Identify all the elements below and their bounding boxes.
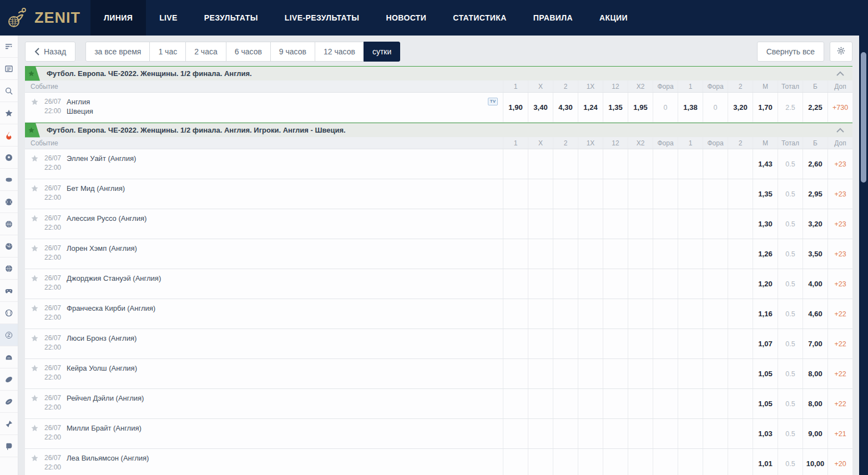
logo[interactable]: ZENIT — [0, 0, 90, 36]
odds-cell[interactable]: +22 — [827, 329, 852, 358]
odds-value[interactable]: 4,60 — [808, 310, 822, 318]
sidebar-item[interactable] — [0, 235, 18, 257]
odds-value[interactable]: +23 — [834, 250, 846, 258]
odds-cell[interactable]: 4,00 — [803, 269, 827, 299]
scrollbar-thumb[interactable] — [861, 52, 866, 183]
odds-value[interactable]: 3,20 — [808, 220, 822, 228]
collapse-all-button[interactable]: Свернуть все — [757, 42, 824, 62]
odds-cell[interactable]: 2,25 — [803, 93, 827, 122]
odds-value[interactable]: 2,60 — [808, 160, 822, 168]
favorite-star-icon[interactable] — [31, 394, 39, 402]
section-star-badge[interactable] — [25, 123, 40, 138]
sidebar-item[interactable] — [0, 58, 18, 80]
odds-cell[interactable]: 0.5 — [778, 299, 803, 329]
time-filter-button[interactable]: 12 часов — [315, 42, 364, 62]
participant-1[interactable]: Джорджия Стануэй (Англия) — [67, 274, 161, 283]
odds-cell[interactable]: +730 — [827, 93, 852, 122]
odds-cell[interactable]: 1,07 — [753, 329, 778, 358]
sidebar-item[interactable] — [0, 324, 18, 346]
sidebar-item[interactable] — [0, 280, 18, 302]
sidebar-item[interactable] — [0, 346, 18, 368]
odds-cell[interactable]: 0.5 — [778, 209, 803, 239]
sidebar-item[interactable] — [0, 413, 18, 435]
sidebar-item[interactable] — [0, 257, 18, 280]
favorite-star-icon[interactable] — [31, 334, 39, 342]
favorite-star-icon[interactable] — [31, 424, 39, 432]
event-participants[interactable]: Люси Бронз (Англия) — [67, 333, 137, 343]
participant-1[interactable]: Леа Вильямсон (Англия) — [67, 453, 149, 463]
odds-value[interactable]: 0.5 — [785, 250, 795, 258]
favorite-star-icon[interactable] — [31, 244, 39, 252]
odds-cell[interactable]: 0.5 — [778, 419, 803, 448]
section-star-badge[interactable] — [25, 67, 40, 81]
favorite-star-icon[interactable] — [31, 98, 39, 106]
odds-value[interactable]: +22 — [834, 340, 846, 348]
odds-cell[interactable]: 3,20 — [728, 93, 753, 122]
odds-cell[interactable]: 10,00 — [803, 449, 827, 475]
odds-cell[interactable]: +23 — [827, 179, 852, 209]
vertical-scrollbar[interactable] — [859, 36, 868, 475]
odds-cell[interactable]: 1,20 — [753, 269, 778, 299]
odds-cell[interactable]: 0.5 — [778, 389, 803, 418]
odds-cell[interactable]: 1,03 — [753, 419, 778, 448]
odds-cell[interactable]: +23 — [827, 269, 852, 299]
nav-item[interactable]: АКЦИИ — [586, 0, 641, 36]
odds-value[interactable]: 1,05 — [758, 400, 772, 408]
event-participants[interactable]: Франческа Кирби (Англия) — [67, 304, 155, 313]
favorite-star-icon[interactable] — [31, 274, 39, 282]
sidebar-item[interactable] — [0, 80, 18, 102]
odds-value[interactable]: 8,00 — [808, 400, 822, 408]
odds-cell[interactable]: +23 — [827, 209, 852, 239]
odds-cell[interactable]: 0.5 — [778, 269, 803, 299]
nav-item[interactable]: СТАТИСТИКА — [440, 0, 520, 36]
odds-value[interactable]: 9,00 — [808, 429, 822, 438]
odds-value[interactable]: 0.5 — [785, 220, 795, 228]
odds-cell[interactable]: 0 — [703, 93, 728, 122]
odds-value[interactable]: +730 — [832, 104, 848, 112]
odds-value[interactable]: +23 — [834, 220, 846, 228]
odds-cell[interactable]: +21 — [827, 419, 852, 448]
event-participants[interactable]: Алессия Руссо (Англия) — [67, 214, 147, 223]
odds-cell[interactable]: 1,16 — [753, 299, 778, 329]
odds-cell[interactable]: +22 — [827, 359, 852, 388]
odds-value[interactable]: 1,35 — [608, 103, 622, 112]
odds-cell[interactable]: 7,00 — [803, 329, 827, 358]
odds-value[interactable]: 0.5 — [785, 190, 795, 198]
odds-value[interactable]: +23 — [834, 190, 846, 198]
event-participants[interactable]: Эллен Уайт (Англия) — [67, 154, 136, 163]
participant-1[interactable]: Кейра Уолш (Англия) — [67, 363, 137, 373]
back-button[interactable]: Назад — [25, 42, 75, 62]
odds-cell[interactable]: 1,90 — [503, 93, 528, 122]
time-filter-button[interactable]: 6 часов — [226, 42, 271, 62]
odds-cell[interactable]: 1,05 — [753, 389, 778, 418]
sidebar-item[interactable] — [0, 191, 18, 213]
odds-value[interactable]: 3,20 — [733, 103, 747, 112]
event-participants[interactable]: Милли Брайт (Англия) — [67, 423, 142, 433]
odds-cell[interactable]: 2,95 — [803, 179, 827, 209]
odds-value[interactable]: 0.5 — [785, 370, 795, 378]
favorite-star-icon[interactable] — [31, 154, 39, 163]
favorite-star-icon[interactable] — [31, 184, 39, 193]
odds-value[interactable]: 1,03 — [758, 429, 772, 438]
odds-value[interactable]: 1,05 — [758, 370, 772, 378]
sidebar-item[interactable] — [0, 102, 18, 124]
odds-value[interactable]: 0.5 — [785, 160, 795, 168]
odds-cell[interactable]: 1,05 — [753, 359, 778, 388]
odds-cell[interactable]: 2.5 — [778, 93, 803, 122]
odds-value[interactable]: 1,07 — [758, 340, 772, 348]
participant-1[interactable]: Эллен Уайт (Англия) — [67, 154, 136, 163]
event-participants[interactable]: Леа Вильямсон (Англия) — [67, 453, 149, 463]
sidebar-item[interactable] — [0, 213, 18, 235]
odds-value[interactable]: 1,16 — [758, 310, 772, 318]
odds-value[interactable]: +23 — [834, 160, 846, 168]
odds-value[interactable]: +23 — [834, 280, 846, 288]
odds-value[interactable]: 0.5 — [785, 280, 795, 288]
favorite-star-icon[interactable] — [31, 364, 39, 372]
odds-value[interactable]: 0.5 — [785, 460, 795, 468]
odds-cell[interactable]: 2,60 — [803, 149, 827, 179]
odds-cell[interactable]: +22 — [827, 299, 852, 329]
odds-cell[interactable]: 3,20 — [803, 209, 827, 239]
odds-value[interactable]: 7,00 — [808, 340, 822, 348]
event-participants[interactable]: Бет Мид (Англия) — [67, 184, 125, 193]
odds-value[interactable]: 0.5 — [785, 430, 795, 438]
